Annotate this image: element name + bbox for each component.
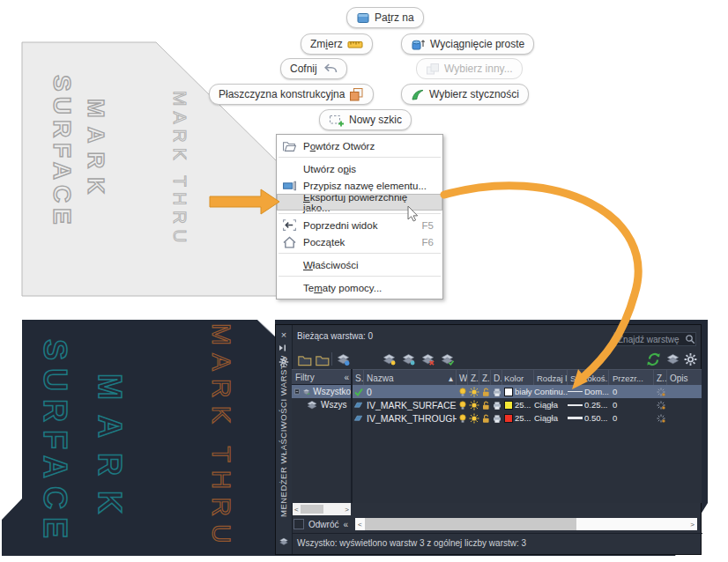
settings-gear-icon[interactable] xyxy=(683,352,698,366)
select-tangency-label: Wybierz styczności xyxy=(429,88,519,100)
transparency-cell[interactable]: 0 xyxy=(609,398,654,411)
color-cell[interactable]: biały xyxy=(502,385,534,398)
scroll-right-arrow[interactable]: > xyxy=(345,506,349,514)
linetype-cell[interactable]: Ciągła xyxy=(534,398,568,411)
vp-freeze-icon[interactable] xyxy=(656,400,666,410)
description-cell[interactable] xyxy=(667,398,700,411)
scroll-left-arrow[interactable]: < xyxy=(294,506,299,514)
printer-icon[interactable] xyxy=(492,387,502,397)
lock-icon[interactable] xyxy=(480,387,491,397)
close-icon[interactable]: × xyxy=(279,329,289,340)
extrude-icon xyxy=(411,38,426,51)
lineweight-cell[interactable]: 0.50... xyxy=(568,411,609,425)
description-cell[interactable] xyxy=(667,411,700,425)
col-name[interactable]: Nazwa▴ xyxy=(364,370,457,386)
sun-thaw-icon[interactable] xyxy=(469,413,479,424)
col-lineweight[interactable]: Szerokoś... xyxy=(568,370,609,386)
lineweight-cell[interactable]: 0.25... xyxy=(568,398,609,411)
new-frozen-layer-icon[interactable] xyxy=(401,352,416,366)
set-current-layer-icon[interactable] xyxy=(440,352,455,366)
lineweight-cell[interactable]: Dom... xyxy=(568,385,609,398)
sun-thaw-icon[interactable] xyxy=(469,387,479,397)
delete-layer-icon[interactable] xyxy=(420,352,435,366)
shortcut-f6: F6 xyxy=(422,237,434,248)
collapse-filters-icon[interactable]: « xyxy=(344,373,349,382)
new-group-filter-icon[interactable] xyxy=(315,352,330,366)
gray-mark-text: MARK xyxy=(85,99,108,203)
menu-item-help-topics[interactable]: Tematy pomocy... xyxy=(277,279,442,296)
scroll-thumb[interactable] xyxy=(301,505,323,514)
col-lock[interactable]: Z.. xyxy=(479,370,491,386)
work-plane-button[interactable]: Płaszczyzna konstrukcyjna xyxy=(209,84,374,105)
layer-row-1[interactable]: IV_MARK_SURFACE 25... Ciągła 0.25... 0 xyxy=(353,398,702,411)
refresh-icon[interactable] xyxy=(646,352,661,366)
printer-icon[interactable] xyxy=(492,400,502,410)
layer-states-manager-icon[interactable] xyxy=(336,352,351,366)
layer-name: IV_MARK_SURFACE xyxy=(364,398,457,411)
menu-item-home-view[interactable]: Początek F6 xyxy=(277,233,442,250)
menu-item-previous-view[interactable]: Poprzedni widok F5 xyxy=(277,217,442,233)
bulb-on-icon[interactable] xyxy=(457,387,468,397)
col-status[interactable]: S.. xyxy=(353,370,364,386)
menu-item-create-note[interactable]: Utwórz opis xyxy=(277,160,442,177)
filter-pane-hscrollbar[interactable]: < > xyxy=(293,503,351,515)
filter-tree-root[interactable]: Wszystko xyxy=(292,385,351,398)
measure-button[interactable]: Zmierz xyxy=(301,33,373,55)
transparency-cell[interactable]: 0 xyxy=(609,411,654,425)
extrude-button[interactable]: Wyciągnięcie proste xyxy=(401,33,534,55)
scroll-left-arrow[interactable]: < xyxy=(355,521,365,529)
col-linetype[interactable]: Rodzaj li... xyxy=(534,370,568,386)
menu-item-repeat-open[interactable]: Powtórz Otwórz xyxy=(277,137,442,154)
col-freeze[interactable]: Z.. xyxy=(468,370,479,386)
description-cell[interactable] xyxy=(667,385,700,398)
search-icon[interactable] xyxy=(685,334,695,344)
col-color[interactable]: Kolor xyxy=(502,370,534,386)
list-hscrollbar[interactable]: < > xyxy=(355,518,697,530)
lock-icon[interactable] xyxy=(480,413,491,424)
menu-item-properties[interactable]: Właściwości xyxy=(277,256,442,273)
col-vpfreeze[interactable]: Z.. xyxy=(654,370,667,386)
scroll-right-arrow[interactable]: > xyxy=(687,521,697,529)
select-other-button[interactable]: Wybierz inny... xyxy=(416,58,523,79)
filters-header[interactable]: Filtry « xyxy=(292,369,353,385)
layer-search-input[interactable] xyxy=(613,332,696,346)
tree-collapse-icon[interactable] xyxy=(294,388,300,396)
vp-freeze-icon[interactable] xyxy=(656,413,666,424)
lock-icon[interactable] xyxy=(480,400,491,410)
filter-tree-child[interactable]: Wszys xyxy=(292,398,351,411)
scroll-thumb[interactable] xyxy=(365,518,576,530)
status-divider xyxy=(292,533,702,534)
color-cell[interactable]: 25... xyxy=(502,398,534,411)
bulb-on-icon[interactable] xyxy=(457,400,468,410)
work-plane-label: Płaszczyzna konstrukcyjna xyxy=(219,88,345,100)
shortcut-f5: F5 xyxy=(422,220,434,231)
col-description[interactable]: Opis xyxy=(667,370,700,386)
layer-row-2[interactable]: IV_MARK_THROUGH 25... Ciągła 0.50... 0 xyxy=(353,411,702,425)
color-cell[interactable]: 25... xyxy=(502,411,534,425)
linetype-cell[interactable]: Continu... xyxy=(534,385,568,398)
bulb-on-icon[interactable] xyxy=(457,413,468,424)
menu-item-export-surface[interactable]: Eksportuj powierzchnię jako... xyxy=(277,194,442,211)
used-layers-icon xyxy=(306,400,318,410)
collapse-bottom-icon[interactable]: « xyxy=(343,520,348,529)
vp-freeze-icon[interactable] xyxy=(656,387,666,397)
transparency-cell[interactable]: 0 xyxy=(609,385,654,398)
col-on[interactable]: W xyxy=(457,370,468,386)
layer-list-header: S.. Nazwa▴ W Z.. Z.. D. Kolor Rodzaj li.… xyxy=(353,369,702,387)
col-plot[interactable]: D. xyxy=(491,370,502,386)
new-property-filter-icon[interactable] xyxy=(297,352,312,366)
undo-button[interactable]: Cofnij xyxy=(280,58,347,79)
linetype-cell[interactable]: Ciągła xyxy=(534,411,568,425)
invert-filter-checkbox[interactable] xyxy=(293,519,304,529)
autohide-pin-icon[interactable] xyxy=(279,344,289,354)
select-tangency-button[interactable]: Wybierz styczności xyxy=(401,84,529,105)
layers-overlay-icon[interactable] xyxy=(665,352,680,366)
printer-icon[interactable] xyxy=(492,413,502,424)
menu-separator xyxy=(279,253,441,254)
new-layer-icon[interactable] xyxy=(382,352,397,366)
col-transparency[interactable]: Przezr... xyxy=(609,370,654,386)
sun-thaw-icon[interactable] xyxy=(469,400,479,410)
look-at-button[interactable]: Patrz na xyxy=(346,7,424,28)
new-sketch-button[interactable]: Nowy szkic xyxy=(319,109,412,130)
layer-row-0[interactable]: 0 biały Continu... Dom... 0 xyxy=(353,385,702,398)
